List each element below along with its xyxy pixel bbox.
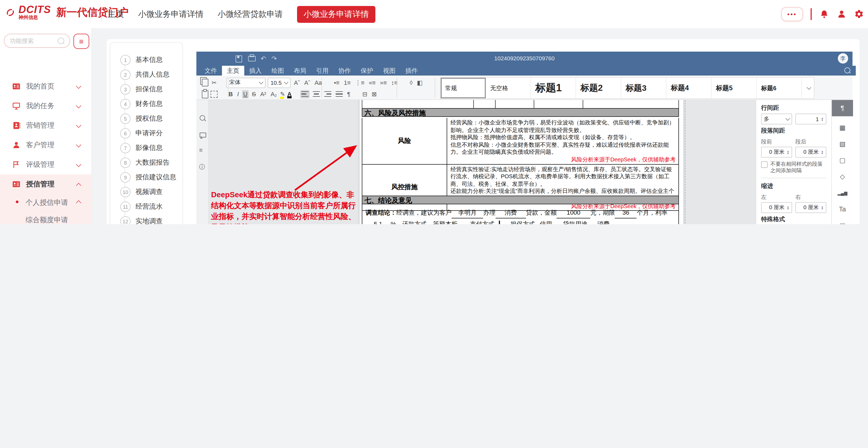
style-heading3[interactable]: 标题3 (621, 78, 666, 98)
user-icon[interactable] (837, 9, 846, 19)
header-footer-panel-icon[interactable]: ▢ (832, 153, 853, 167)
sidebar-item-personal-credit[interactable]: 个人授信申请 (26, 198, 68, 208)
tab-references[interactable]: 引用 (311, 66, 334, 75)
text-art-panel-icon[interactable]: Ta (832, 202, 853, 216)
copy-icon[interactable] (202, 79, 208, 87)
field-rate[interactable]: 5.1 (366, 218, 391, 224)
style-gallery-more-button[interactable] (802, 78, 814, 98)
chart-panel-icon[interactable]: ▂▄▆ (832, 186, 853, 200)
spinner-arrows-icon[interactable]: ▲▼ (821, 150, 824, 154)
spinner-arrows-icon[interactable]: ▲▼ (821, 117, 824, 121)
find-icon[interactable] (200, 115, 205, 120)
align-right-icon[interactable] (323, 90, 332, 98)
field-repayment[interactable]: 等额本析 (427, 218, 464, 224)
field-customer-name[interactable]: 李明月 (452, 207, 483, 218)
field-payment-method[interactable] (495, 218, 504, 224)
style-heading2[interactable]: 标题2 (576, 78, 621, 98)
tab-home[interactable]: 主页 (222, 66, 244, 75)
tab-collaborate[interactable]: 协作 (334, 66, 356, 75)
style-normal[interactable]: 常规 (441, 78, 486, 98)
spinner-arrows-icon[interactable]: ▲▼ (787, 205, 789, 210)
sidebar-item-rating[interactable]: 评级管理 (0, 157, 91, 173)
nav-micro-detail[interactable]: 小微业务申请详情 (138, 9, 204, 19)
step-item[interactable]: 3担保信息 (111, 82, 182, 97)
bell-icon[interactable] (819, 9, 829, 19)
align-center-icon[interactable] (312, 90, 321, 98)
nav-home[interactable]: 主页 (108, 9, 124, 19)
style-heading1[interactable]: 标题1 (531, 78, 576, 98)
line-spacing-icon[interactable]: ↕≡ (390, 78, 399, 87)
align-justify-icon[interactable] (335, 90, 344, 98)
multilevel-list-icon[interactable]: ⋮≡ (354, 78, 366, 87)
clear-format-icon[interactable]: ◊ (409, 78, 414, 87)
no-gap-checkbox[interactable] (761, 161, 768, 168)
indent-right-stepper[interactable]: 0 厘米▲▼ (795, 202, 826, 213)
style-heading5[interactable]: 标题5 (712, 78, 757, 98)
pilcrow-icon[interactable]: ¶ (346, 90, 351, 98)
step-item[interactable]: 10视频调查 (111, 185, 182, 199)
style-heading4[interactable]: 标题4 (666, 78, 712, 98)
step-item[interactable]: 9授信建议信息 (111, 170, 182, 185)
sidebar-item-my-tasks[interactable]: 我的任务 (0, 98, 91, 114)
spacing-after-stepper[interactable]: 0 厘米▲▼ (795, 147, 826, 158)
line-spacing-select[interactable]: 多 (761, 113, 792, 125)
field-purpose[interactable]: 消费 (588, 218, 619, 224)
mail-merge-panel-icon[interactable]: ✉ (832, 218, 853, 224)
step-item[interactable]: 7影像信息 (111, 141, 182, 156)
comments-icon[interactable] (200, 133, 206, 137)
sidebar-item-marketing[interactable]: 营销管理 (0, 117, 91, 134)
table-panel-icon[interactable]: ▦ (832, 120, 853, 135)
indent-icon[interactable]: »≡ (379, 78, 388, 87)
avatar[interactable]: 李 (838, 53, 848, 64)
numbered-list-icon[interactable]: 1≡ (343, 78, 352, 87)
sidebar-search[interactable] (4, 34, 70, 48)
strikethrough-icon[interactable]: S (251, 90, 257, 98)
step-item[interactable]: 5授权信息 (111, 111, 182, 126)
field-loan-type[interactable]: 消费 (496, 207, 526, 218)
editor-search-icon[interactable] (844, 67, 850, 73)
outdent-icon[interactable]: «≡ (368, 78, 377, 87)
step-item[interactable]: 4财务信息 (111, 97, 182, 111)
step-item[interactable]: 6申请评分 (111, 126, 182, 141)
tab-layout[interactable]: 布局 (289, 66, 311, 75)
spacing-before-stepper[interactable]: 0 厘米▲▼ (761, 147, 792, 158)
style-no-spacing[interactable]: 无空格 (486, 78, 531, 98)
italic-icon[interactable]: I (236, 90, 240, 98)
field-amount[interactable]: 1000 (557, 207, 590, 218)
cut-icon[interactable]: ✂ (211, 78, 218, 87)
font-family-select[interactable]: 宋体 (226, 77, 266, 88)
sidebar-item-comprehensive-quota[interactable]: 综合额度申请 (26, 215, 68, 224)
select-icon[interactable] (211, 91, 218, 98)
paragraph-panel-icon[interactable]: ¶ (832, 100, 853, 116)
collapse-menu-button[interactable]: ≡ (73, 34, 89, 49)
field-guarantee[interactable]: 信用 (535, 218, 557, 224)
highlight-icon[interactable]: ✎ (280, 91, 285, 98)
font-size-select[interactable]: 10.5 (268, 77, 290, 88)
paste-icon[interactable] (202, 90, 208, 98)
tab-file[interactable]: 文件 (200, 66, 222, 75)
tab-draw[interactable]: 绘图 (267, 66, 289, 75)
underline-icon[interactable]: U (242, 90, 249, 98)
shapes-panel-icon[interactable]: ◇ (832, 170, 853, 184)
nav-micro-loan[interactable]: 小微经营贷款申请 (218, 9, 283, 19)
tab-insert[interactable]: 插入 (244, 66, 267, 75)
superscript-icon[interactable]: A² (259, 90, 268, 98)
bullet-list-icon[interactable]: •≡ (333, 78, 341, 87)
nav-pane-icon[interactable]: ≡ (199, 147, 203, 153)
step-item[interactable]: 1基本信息 (111, 53, 182, 67)
nav-active-tab[interactable]: 小微业务申请详情 (297, 6, 375, 23)
info-icon[interactable]: ⓘ (199, 163, 205, 171)
frame-icon[interactable]: ⊠ (371, 90, 377, 98)
sidebar-item-my-home[interactable]: 我的首页 (0, 78, 91, 95)
document-canvas[interactable]: 六、风险及风控措施 风险 经营风险：小微企业市场竞争力弱，易受行业波动（如政策变… (209, 100, 751, 224)
step-item[interactable]: 8大数据报告 (111, 156, 182, 170)
style-heading6[interactable]: 标题6 (757, 78, 802, 98)
sidebar-item-credit[interactable]: 授信管理 (0, 176, 91, 192)
shrink-font-icon[interactable]: Aˇ (303, 78, 311, 87)
spinner-arrows-icon[interactable]: ▲▼ (821, 205, 824, 210)
document-page[interactable]: 六、风险及风控措施 风险 经营风险：小微企业市场竞争力弱，易受行业波动（如政策变… (360, 100, 683, 224)
tab-plugins[interactable]: 插件 (400, 66, 423, 75)
shading-icon[interactable]: ◧ (416, 78, 424, 87)
step-item[interactable]: 12实地调查 (111, 214, 182, 224)
more-actions-button[interactable]: ••• (781, 7, 803, 21)
